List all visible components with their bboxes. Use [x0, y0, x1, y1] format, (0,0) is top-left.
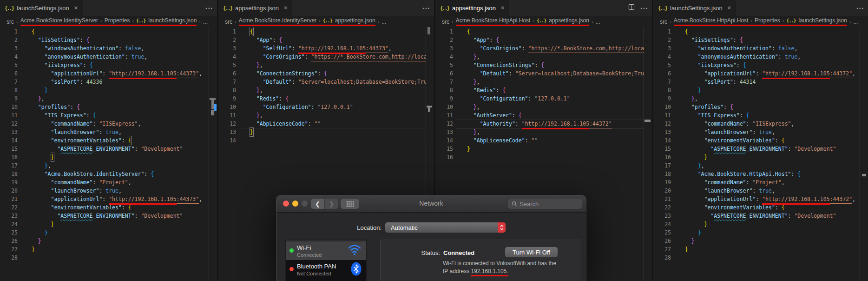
code-line[interactable]: 27} [653, 245, 860, 254]
code-line[interactable]: 17 }, [653, 161, 860, 170]
code-line[interactable]: 21 "applicationUrl": "http://192.168.1.1… [653, 195, 860, 203]
code-line[interactable]: 26 } [653, 237, 860, 245]
code-editor[interactable]: 1{2 "iisSettings": {3 "windowsAuthentica… [653, 27, 860, 281]
breadcrumb-segment[interactable]: launchSettings.json [799, 17, 847, 24]
tab-close-icon[interactable]: ✕ [283, 5, 288, 11]
code-line[interactable]: 7 "sslPort": 44314 [653, 78, 860, 86]
tab-launchSettings.json[interactable]: {..}launchSettings.json✕ [0, 0, 83, 16]
breadcrumb-segment[interactable]: src [442, 19, 449, 25]
code-line[interactable]: 11 "IIS Express": { [0, 111, 209, 120]
code-line[interactable]: 7 "Default": "Server=localhost;Database=… [218, 78, 426, 86]
breadcrumb-segment[interactable]: src [225, 19, 232, 25]
code-line[interactable]: 23 "ASPNETCORE_ENVIRONMENT": "Developmen… [653, 212, 860, 220]
turn-wifi-off-button[interactable]: Turn Wi-Fi Off [505, 247, 558, 257]
code-line[interactable]: 1{ [435, 27, 644, 36]
breadcrumb-segment[interactable]: ... [381, 19, 386, 25]
code-line[interactable]: 4 "CorsOrigins": "https://*.BookStore.co… [218, 53, 426, 61]
breadcrumb[interactable]: src›Acme.BookStore.IdentityServer›{..}ap… [218, 16, 434, 27]
breadcrumb-segment[interactable]: appsettings.json [549, 17, 589, 24]
code-line[interactable]: 5 "iisExpress": { [653, 61, 860, 69]
breadcrumb-segment[interactable]: src [7, 19, 14, 25]
code-line[interactable]: 2 "iisSettings": { [0, 36, 209, 44]
code-line[interactable]: 15 "ASPNETCORE_ENVIRONMENT": "Developmen… [653, 145, 860, 153]
code-line[interactable]: 1{ [653, 27, 860, 36]
code-line[interactable]: 16 [435, 153, 644, 161]
more-actions-button[interactable]: ··· [856, 5, 864, 12]
code-line[interactable]: 16 } [653, 153, 860, 161]
code-line[interactable]: 23 "ASPNETCORE_ENVIRONMENT": "Developmen… [0, 212, 209, 220]
code-line[interactable]: 26 } [0, 237, 209, 245]
code-line[interactable]: 5 "ConnectionStrings": { [435, 61, 644, 69]
code-line[interactable]: 9 }, [653, 94, 860, 103]
code-line[interactable]: 8 "Redis": { [435, 86, 644, 94]
code-line[interactable]: 25 } [653, 228, 860, 237]
code-line[interactable]: 14 "environmentVariables": { [0, 136, 209, 145]
breadcrumb[interactable]: src›Acme.BookStore.IdentityServer›Proper… [0, 16, 217, 27]
code-line[interactable]: 14 "AbpLicenseCode": "" [435, 136, 644, 145]
code-line[interactable]: 4 "anonymousAuthentication": true, [0, 53, 209, 61]
code-line[interactable]: 19 "commandName": "Project", [653, 178, 860, 187]
overview-ruler[interactable] [860, 27, 868, 281]
breadcrumb-segment[interactable]: Acme.BookStore.IdentityServer [239, 17, 316, 24]
code-line[interactable]: 12 "AbpLicenseCode": "" [218, 120, 426, 128]
code-line[interactable]: 27} [0, 245, 209, 254]
code-line[interactable]: 10 }, [435, 103, 644, 111]
code-line[interactable]: 9 "Redis": { [218, 94, 426, 103]
code-line[interactable]: 20 "launchBrowser": true, [0, 187, 209, 195]
breadcrumb-segment[interactable]: Properties [755, 17, 780, 24]
code-line[interactable]: 28 [653, 254, 860, 262]
code-line[interactable]: 19 "commandName": "Project", [0, 178, 209, 187]
code-line[interactable]: 22 "environmentVariables": { [653, 203, 860, 212]
code-line[interactable]: 8 }, [218, 86, 426, 94]
code-line[interactable]: 3 "CorsOrigins": "https://*.BookStore.co… [435, 44, 644, 53]
breadcrumb-segment[interactable]: src [660, 19, 667, 25]
search-input[interactable]: Search [508, 199, 582, 209]
code-line[interactable]: 10 "profiles": { [653, 103, 860, 111]
code-line[interactable]: 8 } [653, 86, 860, 94]
code-line[interactable]: 2 "App": { [218, 36, 426, 44]
breadcrumb-segment[interactable]: appsettings.json [335, 17, 375, 24]
code-line[interactable]: 15 "ASPNETCORE_ENVIRONMENT": "Developmen… [0, 145, 209, 153]
code-line[interactable]: 2 "iisSettings": { [653, 36, 860, 44]
code-line[interactable]: 6 "applicationUrl": "http://192.168.1.10… [653, 69, 860, 78]
tab-close-icon[interactable]: ✕ [500, 5, 505, 11]
code-line[interactable]: 25 } [0, 228, 209, 237]
code-line[interactable]: 4 "anonymousAuthentication": true, [653, 53, 860, 61]
code-line[interactable]: 10 "profiles": { [0, 103, 209, 111]
code-line[interactable]: 5 }, [218, 61, 426, 69]
code-line[interactable]: 16 } [0, 153, 209, 161]
code-line[interactable]: 13 "launchBrowser": true, [0, 128, 209, 136]
code-line[interactable]: 13} [218, 128, 426, 136]
code-line[interactable]: 6 "ConnectionStrings": { [218, 69, 426, 78]
pane-separator[interactable] [652, 0, 653, 281]
code-line[interactable]: 9 "Configuration": "127.0.0.1" [435, 94, 644, 103]
location-dropdown[interactable]: Automatic [385, 222, 506, 233]
pane-separator[interactable] [217, 0, 218, 281]
code-line[interactable]: 18 "Acme.BookStore.IdentityServer": { [0, 170, 209, 178]
overview-ruler[interactable] [209, 27, 217, 281]
code-line[interactable]: 3 "SelfUrl": "http://192.168.1.105:44373… [218, 44, 426, 53]
code-editor[interactable]: 1{2 "iisSettings": {3 "windowsAuthentica… [0, 27, 209, 281]
overview-ruler[interactable] [644, 27, 652, 281]
more-actions-button[interactable]: ··· [640, 5, 648, 12]
tab-close-icon[interactable]: ✕ [74, 5, 78, 11]
breadcrumb-segment[interactable]: Acme.BookStore.HttpApi.Host [674, 17, 749, 24]
code-line[interactable]: 9 }, [0, 94, 209, 103]
tab-launchSettings.json[interactable]: {..}launchSettings.json✕ [653, 0, 736, 16]
service-row-wifi[interactable]: Wi-Fi Connected [286, 241, 366, 260]
code-line[interactable]: 12 "commandName": "IISExpress", [0, 120, 209, 128]
code-line[interactable]: 8 } [0, 86, 209, 94]
tab-appsettings.json[interactable]: {..}appsettings.json✕ [435, 0, 509, 16]
code-line[interactable]: 14 "environmentVariables": { [653, 136, 860, 145]
code-line[interactable]: 5 "iisExpress": { [0, 61, 209, 69]
window-titlebar[interactable]: ❮ ❯ Network Search [276, 195, 586, 213]
breadcrumb[interactable]: src›Acme.BookStore.HttpApi.Host›Properti… [653, 16, 868, 27]
code-line[interactable]: 1{ [0, 27, 209, 36]
tab-appsettings.json[interactable]: {..}appsettings.json✕ [218, 0, 292, 16]
code-line[interactable]: 12 "commandName": "IISExpress", [653, 120, 860, 128]
code-line[interactable]: 20 "launchBrowser": true, [653, 187, 860, 195]
code-line[interactable]: 7 }, [435, 78, 644, 86]
code-line[interactable]: 11 "IIS Express": { [653, 111, 860, 120]
breadcrumb-segment[interactable]: Properties [105, 17, 130, 24]
tab-close-icon[interactable]: ✕ [727, 5, 731, 11]
